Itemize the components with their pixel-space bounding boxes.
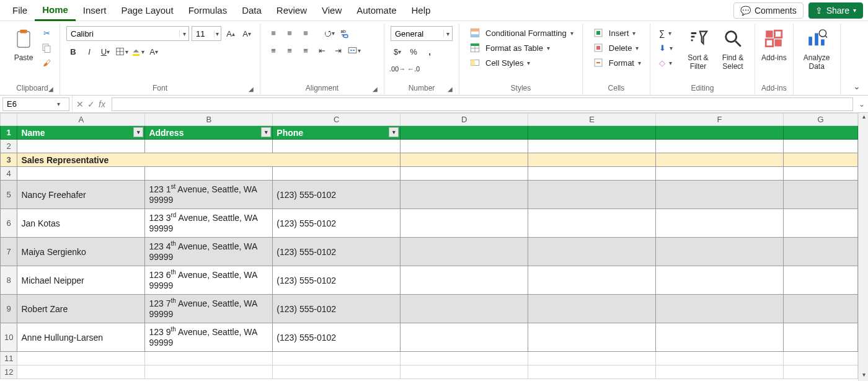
insert-cells-button[interactable]: Insert▾ <box>589 26 644 40</box>
align-left-button[interactable]: ≡ <box>267 43 280 57</box>
cell[interactable] <box>656 238 784 266</box>
tab-page-layout[interactable]: Page Layout <box>113 0 180 21</box>
fill-button[interactable]: ⬇▾ <box>657 41 675 55</box>
wrap-text-button[interactable]: ab <box>339 26 352 40</box>
row-header[interactable]: 9 <box>1 295 17 323</box>
cell[interactable] <box>783 352 857 365</box>
tab-formulas[interactable]: Formulas <box>181 0 235 21</box>
row-header[interactable]: 5 <box>1 181 17 209</box>
cell[interactable]: (123) 555-0102 <box>273 266 401 295</box>
font-size-select[interactable]: ▾ <box>192 26 221 41</box>
section-header-cell[interactable]: Sales Representative <box>17 153 401 167</box>
cell[interactable] <box>401 323 528 352</box>
table-header-cell[interactable]: Address▾ <box>145 126 273 140</box>
row-header[interactable]: 3 <box>1 153 17 167</box>
cell[interactable]: 123 7th Avenue, Seattle, WA 99999 <box>145 295 273 323</box>
cell[interactable] <box>656 266 784 295</box>
cell[interactable] <box>656 295 784 323</box>
cell[interactable] <box>17 140 145 153</box>
tab-data[interactable]: Data <box>234 0 269 21</box>
name-box[interactable]: ▾ <box>2 97 69 111</box>
cell[interactable] <box>401 181 528 209</box>
row-header[interactable]: 8 <box>1 266 17 295</box>
cell[interactable] <box>528 365 656 379</box>
font-size-input[interactable] <box>192 29 214 38</box>
scroll-down-button[interactable]: ▾ <box>859 371 868 381</box>
select-all-corner[interactable] <box>1 114 17 126</box>
row-header[interactable]: 6 <box>1 209 17 238</box>
column-header[interactable]: E <box>528 114 656 126</box>
cell[interactable] <box>401 209 528 238</box>
cell[interactable] <box>528 238 656 266</box>
cell[interactable] <box>783 295 857 323</box>
tab-home[interactable]: Home <box>35 0 76 21</box>
cell[interactable] <box>145 167 273 181</box>
percent-format-button[interactable]: % <box>407 45 420 58</box>
cell[interactable] <box>17 352 145 365</box>
row-header[interactable]: 4 <box>1 167 17 181</box>
format-as-table-button[interactable]: Format as Table▾ <box>466 41 576 55</box>
formula-input-wrap[interactable] <box>112 97 853 111</box>
analyze-data-button[interactable] <box>804 26 829 51</box>
cut-button[interactable]: ✂ <box>40 26 53 40</box>
cell[interactable] <box>783 153 857 167</box>
cell[interactable] <box>528 266 656 295</box>
cell[interactable] <box>528 295 656 323</box>
cell[interactable] <box>145 140 273 153</box>
cell[interactable] <box>783 126 857 140</box>
cell[interactable] <box>401 153 528 167</box>
cell[interactable]: (123) 555-0102 <box>273 323 401 352</box>
cell[interactable] <box>401 140 528 153</box>
tab-view[interactable]: View <box>314 0 349 21</box>
cell[interactable]: (123) 555-0102 <box>273 209 401 238</box>
cell[interactable]: (123) 555-0102 <box>273 238 401 266</box>
spreadsheet-grid[interactable]: ABCDEFG 1Name▾Address▾Phone▾23Sales Repr… <box>0 113 858 381</box>
fill-color-button[interactable]: ▾ <box>131 45 144 58</box>
autosum-button[interactable]: ∑▾ <box>657 26 675 40</box>
align-top-button[interactable]: ≡ <box>267 26 280 40</box>
row-header[interactable]: 12 <box>1 365 17 379</box>
chevron-down-icon[interactable]: ▾ <box>53 101 64 107</box>
expand-formula-bar-button[interactable]: ⌄ <box>856 100 868 109</box>
column-header[interactable]: A <box>17 114 145 126</box>
conditional-formatting-button[interactable]: Conditional Formatting▾ <box>466 26 576 40</box>
italic-button[interactable]: I <box>82 45 96 58</box>
row-header[interactable]: 2 <box>1 140 17 153</box>
filter-dropdown-icon[interactable]: ▾ <box>389 127 399 137</box>
font-color-button[interactable]: A▾ <box>147 45 161 58</box>
cell[interactable] <box>656 126 784 140</box>
clipboard-launcher[interactable]: ◢ <box>48 86 53 92</box>
accounting-format-button[interactable]: $▾ <box>391 45 404 58</box>
vertical-scrollbar[interactable]: ▴ ▾ <box>858 113 868 381</box>
cell[interactable] <box>401 238 528 266</box>
chevron-down-icon[interactable]: ▾ <box>179 30 188 37</box>
filter-dropdown-icon[interactable]: ▾ <box>261 127 271 137</box>
table-header-cell[interactable]: Name▾ <box>17 126 145 140</box>
font-name-select[interactable]: ▾ <box>66 26 189 41</box>
cell[interactable] <box>528 140 656 153</box>
cell[interactable] <box>783 323 857 352</box>
borders-button[interactable]: ▾ <box>115 45 128 58</box>
cell[interactable] <box>17 167 145 181</box>
tab-insert[interactable]: Insert <box>76 0 114 21</box>
cell[interactable] <box>783 365 857 379</box>
alignment-launcher[interactable]: ◢ <box>373 86 378 92</box>
merge-center-button[interactable]: ▾ <box>347 43 361 57</box>
share-button[interactable]: ⇪ Share ▾ <box>808 2 863 19</box>
cell[interactable] <box>401 167 528 181</box>
ribbon-collapse-button[interactable]: ⌄ <box>853 81 861 91</box>
align-right-button[interactable]: ≡ <box>299 43 312 57</box>
cell[interactable]: Anne Hullung-Larsen <box>17 323 145 352</box>
comma-format-button[interactable]: , <box>423 45 436 58</box>
row-header[interactable]: 11 <box>1 352 17 365</box>
column-header[interactable]: B <box>145 114 273 126</box>
column-header[interactable]: C <box>273 114 401 126</box>
cell[interactable] <box>273 140 401 153</box>
cell[interactable] <box>656 365 784 379</box>
cell[interactable]: (123) 555-0102 <box>273 181 401 209</box>
tab-file[interactable]: File <box>5 0 35 21</box>
align-center-button[interactable]: ≡ <box>283 43 296 57</box>
format-painter-button[interactable]: 🖌 <box>40 56 53 69</box>
number-format-select[interactable]: ▾ <box>391 26 453 41</box>
row-header[interactable]: 7 <box>1 238 17 266</box>
